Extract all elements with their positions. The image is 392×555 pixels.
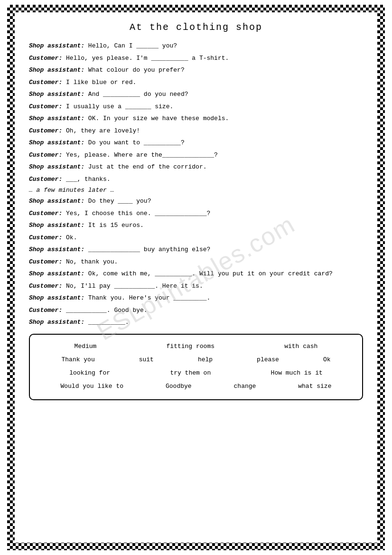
speaker-14: Customer:	[29, 210, 62, 217]
line-text-7: OK. In your size we have these models.	[88, 115, 229, 122]
line-text-16: Ok.	[66, 234, 77, 241]
dialog-line-11: Shop assistant: Just at the end of the c…	[29, 162, 363, 172]
speaker-11: Shop assistant:	[29, 163, 84, 170]
word-row-4: Would you like to Goodbye change what si…	[39, 380, 353, 393]
dialog-container: Shop assistant: Hello, Can I ______ you?…	[29, 41, 363, 327]
word-thank-you: Thank you	[57, 354, 98, 366]
page-title: At the clothing shop	[29, 22, 363, 33]
word-try-them-on: try them on	[166, 367, 215, 379]
line-text-4: I like blue or red.	[66, 79, 136, 86]
speaker-7: Shop assistant:	[29, 115, 84, 122]
line-text-12: ___, thanks.	[66, 176, 111, 183]
speaker-20: Customer:	[29, 282, 62, 290]
speaker-22: Customer:	[29, 307, 62, 314]
word-row-1: Medium fitting rooms with cash	[39, 340, 353, 353]
dialog-line-9: Shop assistant: Do you want to _________…	[29, 138, 363, 148]
speaker-6: Customer:	[29, 103, 62, 110]
line-text-10: Yes, please. Where are the______________…	[66, 151, 218, 159]
dialog-line-23: Shop assistant: __________.	[29, 318, 363, 327]
speaker-15: Shop assistant:	[29, 222, 84, 229]
word-what-size: what size	[294, 380, 335, 393]
speaker-9: Shop assistant:	[29, 139, 84, 146]
speaker-21: Shop assistant:	[29, 294, 84, 301]
dialog-line-15: Shop assistant: It is 15 euros.	[29, 221, 363, 230]
word-please: please	[253, 354, 283, 366]
dialog-line-1: Shop assistant: Hello, Can I ______ you?	[29, 41, 363, 51]
word-with-cash: with cash	[280, 340, 321, 353]
dialog-line-6: Customer: I usually use a _______ size.	[29, 102, 363, 112]
speaker-2: Customer:	[29, 55, 62, 62]
word-suit: suit	[135, 354, 158, 366]
dialog-line-3: Shop assistant: What colour do you prefe…	[29, 66, 363, 75]
line-text-14: Yes, I choose this one. ______________?	[66, 210, 210, 217]
speaker-23: Shop assistant:	[29, 319, 84, 326]
stage-direction: … a few minutes later …	[29, 187, 363, 194]
line-text-3: What colour do you prefer?	[88, 66, 185, 74]
word-ok: Ok	[319, 354, 335, 366]
word-row-2: Thank you suit help please Ok	[39, 354, 353, 366]
dialog-line-12: Customer: ___, thanks.	[29, 175, 363, 184]
word-row-3: looking for try them on How much is it	[39, 367, 353, 379]
speaker-16: Customer:	[29, 234, 62, 241]
dialog-line-4: Customer: I like blue or red.	[29, 78, 363, 87]
speaker-10: Customer:	[29, 151, 62, 159]
line-text-8: Oh, they are lovely!	[66, 127, 140, 134]
dialog-line-5: Shop assistant: And __________ do you ne…	[29, 90, 363, 99]
word-box: Medium fitting rooms with cash Thank you…	[29, 334, 363, 400]
line-text-15: It is 15 euros.	[88, 222, 144, 229]
line-text-2: Hello, yes please. I'm __________ a T-sh…	[66, 55, 229, 62]
dialog-line-22: Customer: ___________. Good bye.	[29, 306, 363, 315]
speaker-13: Shop assistant:	[29, 198, 84, 205]
word-goodbye: Goodbye	[162, 380, 196, 393]
line-text-19: Ok, come with me, __________. Will you p…	[88, 270, 333, 277]
speaker-1: Shop assistant:	[29, 42, 84, 49]
dialog-line-10: Customer: Yes, please. Where are the____…	[29, 151, 363, 160]
line-text-5: And __________ do you need?	[88, 91, 188, 98]
line-text-11: Just at the end of the corridor.	[88, 163, 207, 170]
dialog-line-13: Shop assistant: Do they ____ you?	[29, 197, 363, 206]
dialog-line-18: Customer: No, thank you.	[29, 257, 363, 267]
word-change: change	[230, 380, 260, 393]
inner-content: ESLprintables.com At the clothing shop S…	[15, 12, 377, 543]
speaker-17: Shop assistant:	[29, 246, 84, 253]
speaker-8: Customer:	[29, 127, 62, 134]
dialog-line-19: Shop assistant: Ok, come with me, ______…	[29, 269, 363, 279]
dialog-line-16: Customer: Ok.	[29, 233, 363, 243]
line-text-6: I usually use a _______ size.	[66, 103, 173, 110]
word-looking-for: looking for	[65, 367, 114, 379]
line-text-22: ___________. Good bye.	[66, 307, 148, 314]
page-outer: ESLprintables.com At the clothing shop S…	[7, 5, 385, 550]
line-text-18: No, thank you.	[66, 258, 118, 265]
speaker-3: Shop assistant:	[29, 66, 84, 74]
speaker-12: Customer:	[29, 176, 62, 183]
line-text-9: Do you want to __________?	[88, 139, 185, 146]
line-text-23: __________.	[88, 319, 129, 326]
dialog-line-8: Customer: Oh, they are lovely!	[29, 126, 363, 136]
word-how-much-is-it: How much is it	[267, 367, 327, 379]
dialog-line-7: Shop assistant: OK. In your size we have…	[29, 114, 363, 123]
dialog-line-17: Shop assistant: ______________ buy anyth…	[29, 245, 363, 254]
word-medium: Medium	[71, 340, 101, 353]
speaker-4: Customer:	[29, 79, 62, 86]
dialog-line-14: Customer: Yes, I choose this one. ______…	[29, 209, 363, 218]
line-text-21: Thank you. Here's your _________.	[88, 294, 210, 301]
word-fitting-rooms: fitting rooms	[163, 340, 218, 353]
speaker-19: Shop assistant:	[29, 270, 84, 277]
dialog-line-20: Customer: No, I'll pay ___________. Here…	[29, 282, 363, 291]
line-text-20: No, I'll pay ___________. Here it is.	[66, 282, 203, 290]
dialog-line-21: Shop assistant: Thank you. Here's your _…	[29, 293, 363, 303]
line-text-1: Hello, Can I ______ you?	[88, 42, 177, 49]
word-would-you-like-to: Would you like to	[56, 380, 127, 393]
line-text-17: ______________ buy anything else?	[88, 246, 210, 253]
word-help: help	[194, 354, 216, 366]
speaker-5: Shop assistant:	[29, 91, 84, 98]
dialog-line-2: Customer: Hello, yes please. I'm _______…	[29, 54, 363, 63]
speaker-18: Customer:	[29, 258, 62, 265]
line-text-13: Do they ____ you?	[88, 198, 151, 205]
